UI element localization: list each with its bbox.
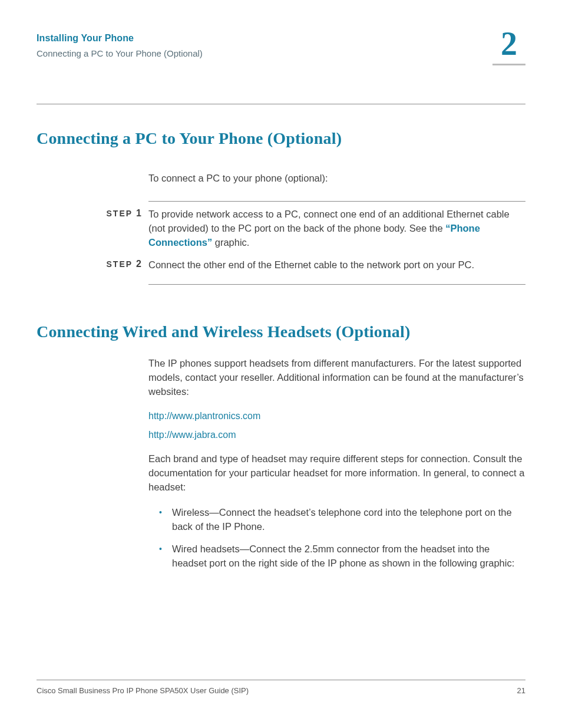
section1-intro: To connect a PC to your phone (optional)… (148, 172, 525, 185)
bullet-2-text: Wired headsets—Connect the 2.5mm connect… (172, 542, 525, 571)
step-1-num: 1 (136, 208, 141, 218)
footer-row: Cisco Small Business Pro IP Phone SPA50X… (37, 686, 525, 695)
section-heading-1: Connecting a PC to Your Phone (Optional) (37, 129, 525, 148)
page-footer: Cisco Small Business Pro IP Phone SPA50X… (37, 680, 525, 695)
page-number: 21 (517, 686, 525, 695)
chapter-number-rule (492, 64, 525, 65)
step-label-text: STEP (107, 259, 133, 269)
header-rule (37, 104, 525, 104)
step-2-row: STEP2 Connect the other end of the Ether… (37, 258, 525, 272)
bullet-list: • Wireless—Connect the headset’s telepho… (148, 506, 525, 571)
jabra-link[interactable]: http://www.jabra.com (148, 430, 525, 440)
bullet-icon: • (148, 542, 172, 571)
chapter-number: 2 (492, 27, 525, 60)
chapter-number-box: 2 (492, 27, 525, 65)
page: Installing Your Phone Connecting a PC to… (0, 0, 562, 728)
bullet-2-row: • Wired headsets—Connect the 2.5mm conne… (148, 542, 525, 571)
step-1-label: STEP1 (37, 207, 148, 250)
section2-para2: Each brand and type of headset may requi… (148, 452, 525, 495)
step-2-num: 2 (136, 259, 141, 269)
header-text-block: Installing Your Phone Connecting a PC to… (37, 33, 203, 58)
bullet-1-text: Wireless—Connect the headset’s telephone… (172, 506, 525, 534)
footer-left: Cisco Small Business Pro IP Phone SPA50X… (37, 686, 249, 695)
page-header: Installing Your Phone Connecting a PC to… (37, 31, 525, 78)
step-2-label: STEP2 (37, 258, 148, 272)
step-1-body: To provide network access to a PC, conne… (148, 207, 525, 250)
step-label-text: STEP (107, 209, 133, 218)
plantronics-link[interactable]: http://www.plantronics.com (148, 411, 525, 421)
section-heading-2: Connecting Wired and Wireless Headsets (… (37, 322, 525, 341)
section-breadcrumb: Connecting a PC to Your Phone (Optional) (37, 48, 203, 58)
step-2-body: Connect the other end of the Ethernet ca… (148, 258, 525, 272)
chapter-title: Installing Your Phone (37, 33, 203, 44)
steps-bottom-rule (148, 284, 525, 285)
section2-para1: The IP phones support headsets from diff… (148, 357, 525, 399)
steps-top-rule (148, 201, 525, 202)
bullet-1-row: • Wireless—Connect the headset’s telepho… (148, 506, 525, 534)
step-1-text-after: graphic. (212, 237, 249, 248)
footer-rule (37, 680, 525, 680)
step-1-row: STEP1 To provide network access to a PC,… (37, 207, 525, 250)
bullet-icon: • (148, 506, 172, 534)
